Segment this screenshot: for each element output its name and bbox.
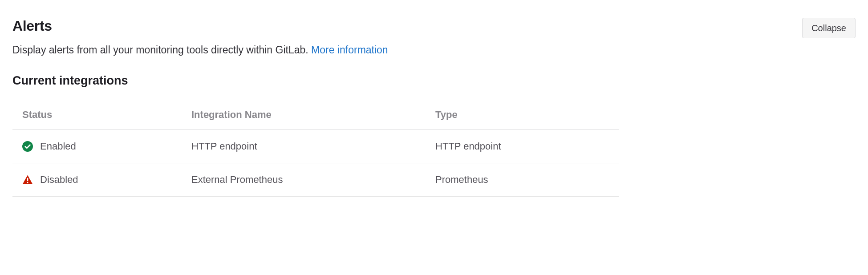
svg-point-0 [22, 141, 33, 152]
collapse-button[interactable]: Collapse [802, 18, 856, 38]
integration-type: HTTP endpoint [435, 141, 609, 152]
table-row[interactable]: Disabled External Prometheus Prometheus [12, 163, 619, 197]
more-information-link[interactable]: More information [311, 44, 388, 56]
page-description: Display alerts from all your monitoring … [12, 44, 856, 56]
svg-rect-1 [27, 178, 28, 182]
column-header-status: Status [22, 109, 191, 121]
column-header-type: Type [435, 109, 609, 121]
status-label: Enabled [40, 141, 76, 152]
column-header-name: Integration Name [191, 109, 435, 121]
table-row[interactable]: Enabled HTTP endpoint HTTP endpoint [12, 130, 619, 163]
integration-type: Prometheus [435, 174, 609, 186]
check-circle-icon [22, 141, 33, 152]
page-title: Alerts [12, 18, 52, 34]
section-heading: Current integrations [12, 74, 856, 88]
warning-triangle-icon [22, 174, 33, 185]
integrations-table: Status Integration Name Type Enabled HTT… [12, 100, 619, 197]
svg-point-2 [27, 182, 28, 183]
description-text: Display alerts from all your monitoring … [12, 44, 311, 56]
integration-name: HTTP endpoint [191, 141, 435, 152]
table-header: Status Integration Name Type [12, 100, 619, 130]
integration-name: External Prometheus [191, 174, 435, 186]
status-label: Disabled [40, 174, 78, 186]
